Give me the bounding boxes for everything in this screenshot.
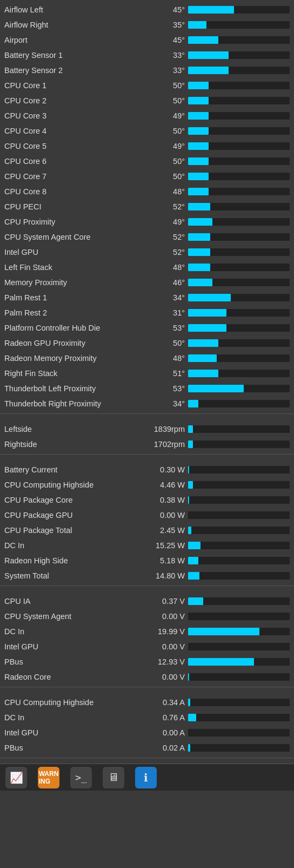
row-label: Palm Rest 2 [4,308,145,317]
row-value: 0.38 W [145,496,188,504]
row-label: CPU Core 8 [4,187,145,196]
bar-container [188,339,290,347]
bar-container [188,511,290,519]
bar-fill [188,557,198,564]
terminal-icon[interactable]: >_ [70,767,92,788]
row-value: 35° [145,21,188,29]
bar-container [188,699,290,706]
row-value: 48° [145,263,188,272]
bar-container [188,643,290,650]
bar-fill [188,370,218,377]
table-row: Airflow Right35° [0,17,294,32]
row-label: CPU Proximity [4,218,145,226]
row-value: 0.00 A [145,728,188,737]
table-row: CPU Core 250° [0,93,294,108]
voltage-section: CPU IA0.37 VCPU System Agent0.00 VDC In1… [0,591,294,687]
bar-container [188,264,290,271]
row-value: 50° [145,339,188,347]
table-row: Radeon Memory Proximity48° [0,351,294,366]
row-label: Battery Sensor 2 [4,66,145,75]
bar-container [188,218,290,226]
table-row: Leftside1839rpm [0,422,294,437]
row-label: Airport [4,36,145,44]
row-value: 0.34 A [145,698,188,707]
section-gap-5 [0,758,294,764]
bar-container [188,370,290,377]
table-row: Memory Proximity46° [0,275,294,290]
bar-container [188,203,290,211]
row-label: CPU Core 6 [4,157,145,166]
row-value: 0.00 W [145,511,188,520]
table-row: Right Fin Stack51° [0,366,294,381]
row-label: System Total [4,571,145,580]
row-value: 50° [145,81,188,90]
bar-container [188,173,290,180]
bar-container [188,542,290,549]
bar-fill [188,233,210,241]
bar-container [188,127,290,135]
bar-fill [188,67,229,74]
table-row: CPU Core 650° [0,154,294,169]
bar-container [188,6,290,14]
row-label: DC In [4,541,145,550]
bar-container [188,400,290,407]
table-row: Radeon Core0.00 V [0,669,294,685]
bar-fill [188,203,210,211]
bar-container [188,354,290,362]
bar-fill [188,572,199,580]
row-value: 14.80 W [145,571,188,580]
table-row: CPU System Agent0.00 V [0,609,294,624]
row-value: 33° [145,66,188,75]
bar-fill [188,97,209,104]
bar-fill [188,294,231,301]
bar-container [188,597,290,605]
temperatures-section: Airflow Left45°Airflow Right35°Airport45… [0,0,294,414]
table-row: Radeon High Side5.18 W [0,553,294,568]
row-value: 0.30 W [145,465,188,474]
row-value: 50° [145,96,188,105]
table-row: CPU Core 750° [0,169,294,184]
table-row: Palm Rest 231° [0,305,294,320]
bar-fill [188,466,189,474]
row-label: Platform Controller Hub Die [4,324,145,332]
row-label: Battery Current [4,465,145,474]
row-label: CPU Core 1 [4,81,145,90]
row-label: Intel GPU [4,248,145,257]
bar-fill [188,188,209,195]
row-value: 53° [145,324,188,332]
bar-fill [188,542,201,549]
cpu-icon[interactable]: 🖥 [103,767,124,788]
table-row: Thunderbolt Left Proximity53° [0,381,294,396]
table-row: CPU System Agent Core52° [0,229,294,245]
table-row: Thunderbolt Right Proximity34° [0,396,294,411]
info-icon[interactable]: ℹ [135,767,157,788]
row-label: Memory Proximity [4,278,145,287]
table-row: PBus0.02 A [0,740,294,755]
warning-icon[interactable]: WARNING [38,767,59,788]
row-label: CPU Core 4 [4,127,145,135]
table-row: Battery Current0.30 W [0,462,294,477]
row-value: 49° [145,218,188,226]
row-value: 52° [145,248,188,257]
section-gap-2 [0,455,294,460]
row-value: 0.37 V [145,597,188,606]
row-label: PBus [4,744,145,752]
bar-container [188,51,290,59]
row-value: 0.00 V [145,642,188,651]
bar-fill [188,36,218,44]
bar-fill [188,658,254,666]
chart-icon[interactable]: 📈 [5,767,27,788]
bar-container [188,628,290,635]
bar-container [188,233,290,241]
row-value: 49° [145,111,188,120]
table-row: CPU Core 549° [0,139,294,154]
bar-fill [188,354,217,362]
row-value: 4.46 W [145,481,188,489]
row-label: DC In [4,713,145,722]
row-label: CPU Package GPU [4,511,145,520]
row-value: 1839rpm [145,425,188,433]
row-value: 48° [145,187,188,196]
section-gap-4 [0,687,294,693]
bar-fill [188,628,259,635]
row-label: Right Fin Stack [4,369,145,378]
